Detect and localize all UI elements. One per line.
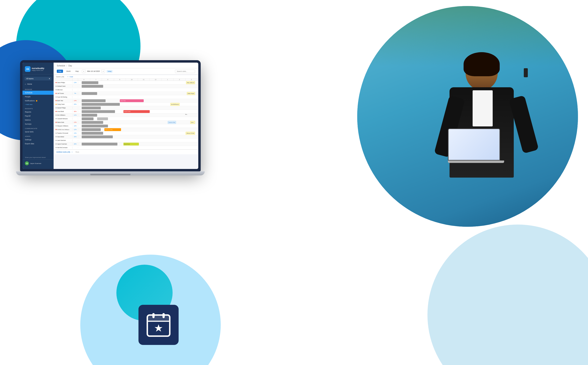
carer-name: Ellie test (54, 89, 72, 91)
sidebar-item-schedule[interactable]: Schedule (22, 91, 54, 95)
visit-label-2: Ivene... (190, 121, 195, 124)
unfilled-visits-bar: Unfilled visits (15) › Runs (54, 149, 197, 154)
add-label: + Add (69, 76, 73, 78)
visit-block: Irma Le Learg (104, 128, 121, 131)
chevron-down-icon: ▾ (49, 78, 50, 80)
prev-date-button[interactable]: ‹ (82, 70, 85, 73)
add-icon: + (67, 76, 68, 78)
unfilled-arrow-icon[interactable]: › (72, 151, 72, 153)
carer-timeline (78, 88, 197, 91)
carer-pct: 33% (72, 103, 78, 105)
carer-pct: 25% (72, 136, 78, 138)
carer-timeline: Alfonso Of Felix (78, 131, 197, 135)
visit-block (82, 132, 103, 135)
carer-timeline: Afzal Khan (78, 142, 197, 146)
carer-name: Cindy Carer (54, 103, 72, 105)
sidebar-nav: ⌂ Home Manage Schedule People No (22, 82, 54, 155)
breadcrumb-page: Schedule (57, 65, 65, 67)
sidebar-item-settings[interactable]: Settings (22, 138, 54, 142)
week-tab[interactable]: Week (65, 70, 72, 73)
reports-label: Reports (25, 111, 31, 113)
today-button[interactable]: today (106, 70, 112, 73)
table-row: Pauline OConnell 13% Alfonso Of Felix (54, 131, 197, 135)
carer-timeline: Netty Jefferson (78, 81, 197, 84)
sidebar-item-reports[interactable]: Reports (22, 110, 54, 114)
hour-8: 8 (102, 78, 114, 81)
search-visits-input[interactable] (175, 70, 195, 73)
sidebar-logo: nb nursebuddy Happy Home Care (22, 65, 54, 74)
sidebar-item-metrics[interactable]: Metrics (22, 118, 54, 122)
svg-rect-3 (152, 313, 154, 318)
logo-icon: nb (25, 66, 30, 72)
table-row: Neil McCormack (54, 146, 197, 149)
table-row: Irma Elliott 38% David Smith (54, 110, 197, 113)
add-new-button[interactable]: + Add new (22, 103, 54, 106)
svg-marker-5 (154, 324, 162, 331)
hour-14: 2 (174, 78, 186, 81)
visit-block (82, 85, 103, 88)
carer-pct (72, 140, 78, 141)
settings-label: Settings (25, 139, 32, 141)
carer-timeline: Irma Le Learg (78, 128, 197, 131)
carer-pct: 13% (72, 81, 78, 84)
all-teams-dropdown[interactable]: All teams ▾ (24, 77, 52, 80)
surveys-label: Surveys (25, 123, 32, 125)
send-sms-label: Send SMS (25, 131, 34, 133)
visit-block: Jane Test (120, 99, 144, 102)
carer-timeline: Walter Regan (78, 92, 197, 95)
sidebar-item-home[interactable]: ⌂ Home (22, 82, 54, 86)
col-name-header (54, 78, 72, 81)
visit-block (82, 92, 97, 95)
carer-timeline (78, 84, 197, 88)
table-row: Dave Philips 13% Netty Jefferson (54, 81, 197, 84)
visit-label: Walter Regan (187, 92, 195, 95)
sidebar-item-people[interactable]: People (22, 95, 54, 99)
share-ideas-link[interactable]: Share your improvement ideas! (22, 155, 54, 160)
svg-rect-4 (162, 313, 165, 318)
carer-pct (72, 97, 78, 98)
sidebar-item-export[interactable]: Export data (22, 142, 54, 146)
col-pct-header (72, 78, 78, 81)
carer-timeline: Jane Test (78, 99, 197, 102)
carer-pct: 19% (72, 125, 78, 127)
carer-name: Default Carer (54, 85, 72, 87)
table-row: Jack Garrison (54, 139, 197, 142)
visit-block (82, 81, 98, 84)
visit-block (82, 121, 103, 124)
carer-pct (72, 108, 78, 108)
hour-6: 6 (78, 78, 90, 81)
notification-dot (36, 100, 37, 102)
share-label: Share your improvement ideas! (25, 156, 46, 158)
visit-label: Jan McPherson (170, 103, 180, 106)
carer-rows: Dave Philips 13% Netty Jefferson Default… (54, 81, 197, 149)
table-row: Ann Williams 11% Mar... (54, 113, 197, 117)
carer-name: Jack Garrison (54, 139, 72, 141)
carer-name: Jayne Scarman (54, 143, 72, 145)
visit-block (82, 125, 108, 127)
hour-13: 1 (162, 78, 174, 81)
carer-name: Caswell McKane (54, 118, 72, 120)
table-row: Maryann Williams 19% (54, 124, 197, 128)
schedule-toolbar: Day Week Map ‹ Mon 10 Jul 2023 › today (54, 68, 198, 74)
visit-block (82, 143, 118, 146)
admin-section-label: Admin (22, 134, 54, 138)
add-new-label: + Add new (25, 104, 33, 105)
laptop-base (16, 171, 205, 175)
carer-timeline: David Smith (78, 110, 197, 113)
sidebar-item-surveys[interactable]: Surveys (22, 122, 54, 126)
carers-count-label: Carers (19) (56, 76, 64, 78)
user-avatar-row: JS Jayne Scarman (25, 161, 51, 165)
carer-timeline (78, 135, 197, 139)
add-carer-button[interactable]: + + Add (67, 76, 73, 78)
sidebar-item-payroll[interactable]: Payroll (22, 114, 54, 118)
next-date-button[interactable]: › (101, 70, 105, 73)
visit-block (82, 110, 115, 113)
sidebar-item-notifications[interactable]: Notifications (22, 99, 54, 103)
day-tab[interactable]: Day (57, 70, 63, 73)
communicate-section-label: Communicate (22, 126, 54, 130)
calendar-star-icon (145, 311, 173, 339)
table-row: Daniel Philips (54, 106, 197, 110)
map-tab[interactable]: Map (74, 70, 80, 73)
sidebar-item-send-sms[interactable]: Send SMS (22, 130, 54, 134)
all-teams-label: All teams (26, 78, 34, 80)
